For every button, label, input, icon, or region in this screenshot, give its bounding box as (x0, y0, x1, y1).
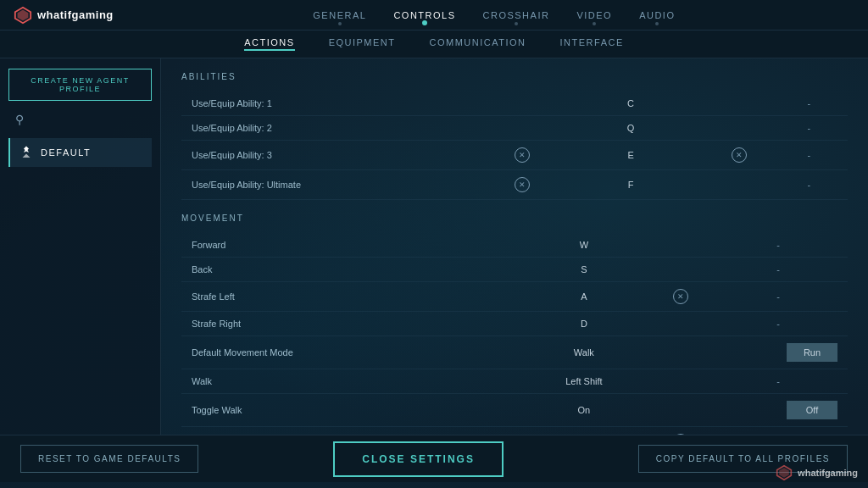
table-row: Strafe Right D - (181, 312, 848, 336)
main-layout: CREATE NEW AGENT PROFILE ⚲ DEFAULT ABILI… (0, 58, 868, 435)
nav-video[interactable]: VIDEO (576, 7, 612, 24)
back-secondary: - (709, 258, 848, 282)
table-row: Back S - (181, 258, 848, 282)
sub-nav: ACTIONS EQUIPMENT COMMUNICATION INTERFAC… (0, 30, 868, 58)
walk-primary[interactable]: Left Shift (515, 369, 654, 394)
x-circle-icon: ✕ (515, 177, 530, 192)
top-nav: whatifgaming GENERAL CONTROLS CROSSHAIR … (0, 0, 868, 30)
toggle-walk-label: Toggle Walk (181, 394, 459, 427)
search-icon[interactable]: ⚲ (15, 113, 24, 126)
subnav-actions[interactable]: ACTIONS (244, 37, 294, 51)
table-row: Use/Equip Ability: 3 ✕ E ✕ - (181, 141, 848, 170)
ability-ult-secondary: - (771, 170, 848, 200)
ability1-primary[interactable]: C (554, 92, 709, 116)
default-movement-label: Default Movement Mode (181, 336, 459, 369)
table-row: Jump Space Bar ✕ - (181, 427, 848, 435)
ability1-secondary: - (771, 92, 848, 116)
svg-marker-3 (779, 468, 789, 478)
ability1-icon (492, 92, 554, 116)
ability2-icon2 (708, 116, 770, 141)
strafe-left-secondary: - (709, 282, 848, 312)
off-button[interactable]: Off (787, 401, 837, 419)
jump-primary[interactable]: Space Bar (515, 427, 654, 435)
create-profile-button[interactable]: CREATE NEW AGENT PROFILE (8, 69, 152, 101)
strafe-left-label: Strafe Left (181, 282, 459, 312)
ability1-label: Use/Equip Ability: 1 (181, 92, 492, 116)
reset-defaults-button[interactable]: RESET TO GAME DEFAULTS (20, 445, 198, 473)
search-area: ⚲ (8, 109, 152, 130)
subnav-interface[interactable]: INTERFACE (560, 37, 624, 51)
close-settings-button[interactable]: CLOSE SETTINGS (333, 441, 504, 477)
abilities-section-title: ABILITIES (181, 72, 848, 85)
back-primary[interactable]: S (515, 258, 654, 282)
nav-controls[interactable]: CONTROLS (393, 7, 455, 24)
ability2-icon (492, 116, 554, 141)
toggle-walk-primary[interactable]: On (515, 394, 654, 427)
ability2-label: Use/Equip Ability: 2 (181, 116, 492, 141)
ability-ult-primary[interactable]: F (554, 170, 709, 200)
ability-ult-icon2 (708, 170, 770, 200)
ability-ult-label: Use/Equip Ability: Ultimate (181, 170, 492, 200)
main-nav: GENERAL CONTROLS CROSSHAIR VIDEO AUDIO (134, 7, 854, 24)
jump-label: Jump (181, 427, 459, 435)
abilities-table: Use/Equip Ability: 1 C - Use/Equip Abili… (181, 92, 848, 200)
ability-ult-icon[interactable]: ✕ (492, 170, 554, 200)
profile-label-default: DEFAULT (41, 147, 91, 158)
x-circle-icon: ✕ (515, 147, 530, 163)
table-row: Walk Left Shift - (181, 369, 848, 394)
subnav-equipment[interactable]: EQUIPMENT (329, 37, 396, 51)
strafe-left-primary[interactable]: A (515, 282, 654, 312)
movement-section-title: MOVEMENT (181, 214, 848, 226)
watermark-icon (776, 464, 793, 481)
movement-table: Forward W - Back S - Strafe Left A (181, 233, 848, 435)
nav-audio[interactable]: AUDIO (639, 7, 675, 24)
table-row: Use/Equip Ability: 2 Q - (181, 116, 848, 141)
watermark-text: whatifgaming (798, 468, 858, 478)
profile-item-default[interactable]: DEFAULT (8, 138, 152, 167)
ability3-label: Use/Equip Ability: 3 (181, 141, 492, 170)
forward-primary[interactable]: W (515, 233, 654, 258)
sidebar: CREATE NEW AGENT PROFILE ⚲ DEFAULT (0, 58, 161, 435)
table-row: Use/Equip Ability: Ultimate ✕ F - (181, 170, 848, 200)
table-row: Use/Equip Ability: 1 C - (181, 92, 848, 116)
bottom-bar: RESET TO GAME DEFAULTS CLOSE SETTINGS CO… (0, 435, 868, 482)
table-row: Toggle Walk On Off (181, 394, 848, 427)
strafe-right-secondary: - (709, 312, 848, 336)
ability3-secondary: - (771, 141, 848, 170)
ability3-icon[interactable]: ✕ (492, 141, 554, 170)
content-area: ABILITIES Use/Equip Ability: 1 C - Use/E… (161, 58, 868, 435)
back-label: Back (181, 258, 459, 282)
table-row: Forward W - (181, 233, 848, 258)
ability3-icon2[interactable]: ✕ (708, 141, 770, 170)
ability1-icon2 (708, 92, 770, 116)
logo-area: whatifgaming (14, 6, 114, 25)
subnav-communication[interactable]: COMMUNICATION (430, 37, 526, 51)
logo-icon (14, 6, 32, 25)
nav-general[interactable]: GENERAL (313, 7, 366, 24)
profile-agent-icon (19, 145, 34, 160)
svg-marker-1 (18, 9, 29, 20)
ability2-secondary: - (771, 116, 848, 141)
default-movement-primary[interactable]: Walk (515, 336, 654, 369)
table-row: Default Movement Mode Walk Run (181, 336, 848, 369)
ability3-primary[interactable]: E (554, 141, 709, 170)
strafe-right-primary[interactable]: D (515, 312, 654, 336)
watermark: whatifgaming (776, 464, 858, 481)
walk-label: Walk (181, 369, 459, 394)
x-circle-icon: ✕ (732, 147, 747, 163)
forward-secondary: - (709, 233, 848, 258)
jump-secondary: - (709, 427, 848, 435)
logo-text: whatifgaming (37, 8, 114, 21)
x-circle-icon: ✕ (673, 289, 688, 304)
ability2-primary[interactable]: Q (554, 116, 709, 141)
run-button[interactable]: Run (787, 343, 837, 362)
table-row: Strafe Left A ✕ - (181, 282, 848, 312)
forward-label: Forward (181, 233, 459, 258)
nav-crosshair[interactable]: CROSSHAIR (483, 7, 550, 24)
walk-secondary: - (709, 369, 848, 394)
strafe-right-label: Strafe Right (181, 312, 459, 336)
